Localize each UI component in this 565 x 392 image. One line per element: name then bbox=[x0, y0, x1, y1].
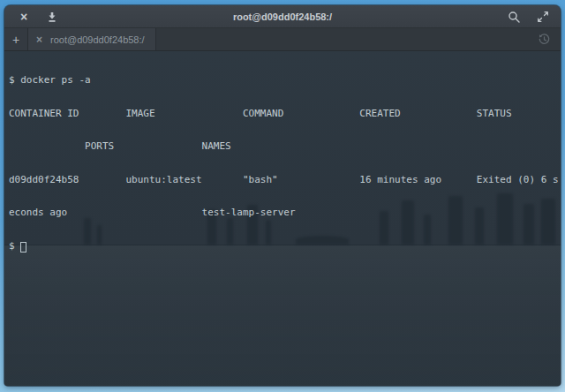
prompt-line: $ bbox=[9, 241, 561, 253]
tab-label: root@d09dd0f24b58:/ bbox=[50, 34, 145, 45]
history-icon bbox=[538, 33, 551, 46]
terminal-window: × root@d09dd0f24b58:/ bbox=[4, 5, 561, 386]
titlebar: × root@d09dd0f24b58:/ bbox=[4, 5, 561, 28]
window-close-button[interactable]: × bbox=[15, 8, 33, 26]
terminal-line: CONTAINER ID IMAGE COMMAND CREATED STATU… bbox=[9, 109, 561, 120]
terminal-line: econds ago test-lamp-server bbox=[9, 207, 561, 219]
fullscreen-icon bbox=[537, 11, 549, 23]
close-icon: × bbox=[20, 11, 27, 23]
tab-close-button[interactable]: × bbox=[36, 34, 42, 45]
download-icon bbox=[46, 11, 58, 23]
history-button[interactable] bbox=[535, 31, 553, 49]
terminal-line: $ docker ps -a bbox=[9, 75, 561, 87]
new-tab-button[interactable]: + bbox=[4, 28, 28, 50]
fullscreen-button[interactable] bbox=[534, 8, 552, 26]
window-title: root@d09dd0f24b58:/ bbox=[75, 5, 490, 28]
tabbar: + × root@d09dd0f24b58:/ bbox=[4, 28, 561, 51]
tabbar-spacer bbox=[156, 28, 535, 50]
terminal-line: PORTS NAMES bbox=[9, 141, 561, 153]
prompt: $ bbox=[9, 240, 20, 252]
plus-icon: + bbox=[12, 33, 19, 47]
search-button[interactable] bbox=[505, 8, 523, 26]
search-icon bbox=[508, 11, 521, 24]
terminal-line: d09dd0f24b58 ubuntu:latest "bash" 16 min… bbox=[9, 175, 561, 186]
terminal-cursor bbox=[20, 242, 26, 253]
terminal-screen[interactable]: $ docker ps -a CONTAINER ID IMAGE COMMAN… bbox=[4, 51, 561, 386]
close-icon: × bbox=[36, 34, 42, 46]
download-button[interactable] bbox=[43, 8, 61, 26]
terminal-output: $ docker ps -a CONTAINER ID IMAGE COMMAN… bbox=[4, 51, 561, 274]
tab-active[interactable]: × root@d09dd0f24b58:/ bbox=[28, 28, 156, 50]
